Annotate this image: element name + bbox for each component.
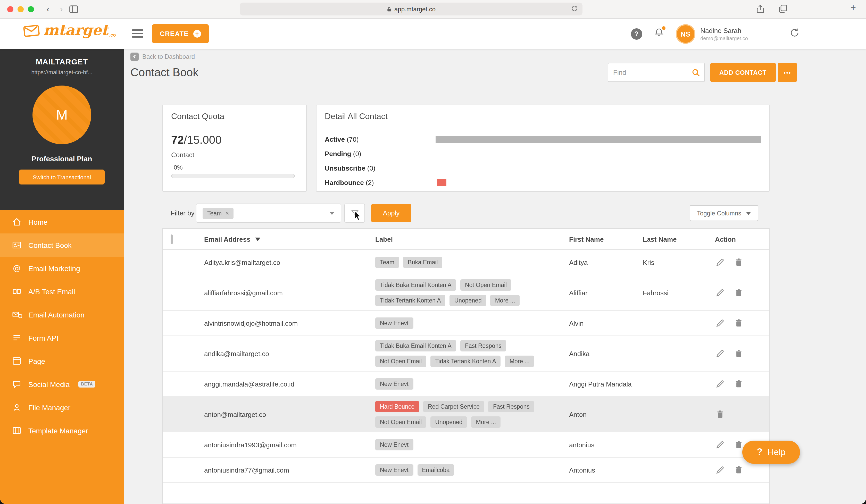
edit-icon[interactable]: [715, 379, 725, 389]
zoom-window-button[interactable]: [28, 6, 34, 12]
home-icon: [11, 217, 22, 227]
label-chip: Not Open Email: [375, 416, 426, 428]
contact-labels: Tidak Buka Email Konten AFast ResponsNot…: [375, 340, 569, 367]
create-button[interactable]: CREATE +: [152, 24, 209, 43]
sidebar-item-template-manager[interactable]: Template Manager: [0, 419, 124, 442]
sidebar-item-email-marketing[interactable]: @Email Marketing: [0, 257, 124, 280]
notifications-bell-icon[interactable]: [653, 27, 664, 40]
edit-icon[interactable]: [715, 465, 725, 475]
filter-chip-team[interactable]: Team×: [203, 208, 234, 219]
edit-icon[interactable]: [715, 318, 725, 328]
apply-button[interactable]: Apply: [371, 204, 411, 222]
delete-icon[interactable]: [733, 465, 744, 475]
label-chip: More ...: [490, 295, 520, 306]
toggle-columns-button[interactable]: Toggle Columns: [690, 205, 758, 221]
table-row[interactable]: Aditya.kris@mailtarget.coTeamBuka EmailA…: [163, 250, 769, 275]
sidebar-item-label: Social Media: [28, 380, 69, 388]
contact-first-name: Aliffiar: [569, 289, 643, 296]
filter-funnel-button[interactable]: [344, 203, 365, 223]
workspace-avatar[interactable]: M: [32, 86, 91, 144]
quota-card-title: Contact Quota: [163, 105, 306, 127]
contact-last-name: Kris: [643, 258, 715, 266]
sidebar-item-file-manager[interactable]: File Manager: [0, 396, 124, 419]
contact-email: Aditya.kris@mailtarget.co: [204, 258, 375, 266]
switch-to-transactional-button[interactable]: Switch to Transactional: [19, 170, 104, 184]
contact-first-name: Anggi Putra Mandala: [569, 380, 643, 388]
column-header-email[interactable]: Email Address: [204, 235, 375, 243]
sort-icon: [255, 237, 260, 241]
delete-icon[interactable]: [733, 348, 744, 359]
label-chip: Tidak Buka Email Konten A: [375, 279, 456, 291]
delete-icon[interactable]: [733, 440, 744, 450]
filter-by-label: Filter by: [170, 209, 195, 217]
remove-chip-icon[interactable]: ×: [225, 210, 229, 216]
delete-icon[interactable]: [733, 318, 744, 328]
contact-email: anggi.mandala@astralife.co.id: [204, 380, 375, 388]
contact-email: andika@mailtarget.co: [204, 350, 375, 357]
delete-icon[interactable]: [733, 379, 744, 389]
sidebar-item-page[interactable]: Page: [0, 349, 124, 372]
row-actions: [715, 318, 769, 328]
search-button[interactable]: [687, 63, 704, 82]
browser-back-button[interactable]: ‹: [41, 3, 55, 15]
edit-icon[interactable]: [715, 348, 725, 359]
delete-icon[interactable]: [733, 257, 744, 267]
column-header-first-name: First Name: [569, 235, 643, 243]
table-row[interactable]: antoniusindra77@gmail.comNew EnevtEmailc…: [163, 458, 769, 483]
browser-forward-button[interactable]: ›: [55, 3, 68, 15]
close-window-button[interactable]: [7, 6, 13, 12]
sidebar-item-contact-book[interactable]: Contact Book: [0, 234, 124, 257]
address-bar[interactable]: app.mtarget.co: [240, 3, 582, 15]
tab-overview-icon[interactable]: [778, 3, 788, 16]
more-actions-button[interactable]: •••: [778, 63, 797, 82]
minimize-window-button[interactable]: [18, 6, 24, 12]
sidebar-item-label: Email Marketing: [28, 264, 80, 272]
table-row[interactable]: aliffiarfahrossi@gmail.comTidak Buka Ema…: [163, 275, 769, 311]
table-row[interactable]: anggi.mandala@astralife.co.idNew EnevtAn…: [163, 372, 769, 397]
contact-first-name: antonius: [569, 441, 643, 449]
edit-icon[interactable]: [715, 288, 725, 298]
column-header-action: Action: [715, 235, 769, 243]
sidebar-item-social-media[interactable]: Social MediaBETA: [0, 372, 124, 396]
add-contact-button[interactable]: ADD CONTACT: [710, 63, 776, 82]
refresh-icon[interactable]: [570, 5, 578, 14]
delete-icon[interactable]: [715, 409, 725, 419]
row-actions: [715, 257, 769, 267]
contact-labels: Hard BounceRed Carpet ServiceFast Respon…: [375, 401, 569, 428]
detail-card-title: Detail All Contact: [317, 105, 769, 127]
search-input[interactable]: [608, 63, 687, 82]
user-menu[interactable]: NS Nadine Sarah demo@mailtarget.co: [676, 24, 748, 44]
select-all-checkbox[interactable]: [170, 234, 173, 244]
mtarget-logo[interactable]: mtarget .co: [23, 23, 116, 38]
main-content: Back to Dashboard Contact Book ADD CONTA…: [124, 49, 866, 504]
menu-toggle-icon[interactable]: [132, 30, 143, 40]
table-row[interactable]: andika@mailtarget.coTidak Buka Email Kon…: [163, 336, 769, 372]
label-chip: Team: [375, 257, 399, 268]
label-chip: More ...: [471, 416, 501, 428]
share-icon[interactable]: [755, 3, 766, 16]
sidebar-item-a-b-test-email[interactable]: A/B Test Email: [0, 280, 124, 303]
sync-icon[interactable]: [789, 27, 800, 40]
sidebar-item-form-api[interactable]: Form API: [0, 326, 124, 349]
table-header-row: Email Address Label First Name Last Name…: [163, 229, 769, 250]
filter-select[interactable]: Team×: [196, 203, 341, 223]
table-row[interactable]: alvintrisnowidjojo@hotmail.comNew EnevtA…: [163, 311, 769, 336]
help-icon[interactable]: ?: [631, 28, 642, 40]
url-text: app.mtarget.co: [395, 5, 436, 13]
browser-sidebar-icon[interactable]: [68, 3, 79, 15]
delete-icon[interactable]: [733, 288, 744, 298]
help-floating-button[interactable]: ? Help: [742, 440, 800, 464]
page-icon: [11, 356, 22, 366]
detail-row-label: Hardbounce (2): [325, 179, 437, 186]
traffic-lights: [7, 6, 34, 12]
new-tab-icon[interactable]: +: [851, 3, 856, 13]
sidebar: MAILTARGET https://mailtarget-co-bf... M…: [0, 49, 124, 504]
edit-icon[interactable]: [715, 440, 725, 450]
contacts-table: Email Address Label First Name Last Name…: [162, 228, 770, 504]
sidebar-item-home[interactable]: Home: [0, 210, 124, 234]
table-row[interactable]: antoniusindra1993@gmail.comNew Enevtanto…: [163, 432, 769, 458]
table-row[interactable]: anton@mailtarget.coHard BounceRed Carpet…: [163, 397, 769, 432]
edit-icon[interactable]: [715, 257, 725, 267]
sidebar-item-email-automation[interactable]: Email Automation: [0, 303, 124, 326]
back-to-dashboard-link[interactable]: Back to Dashboard: [131, 53, 195, 61]
